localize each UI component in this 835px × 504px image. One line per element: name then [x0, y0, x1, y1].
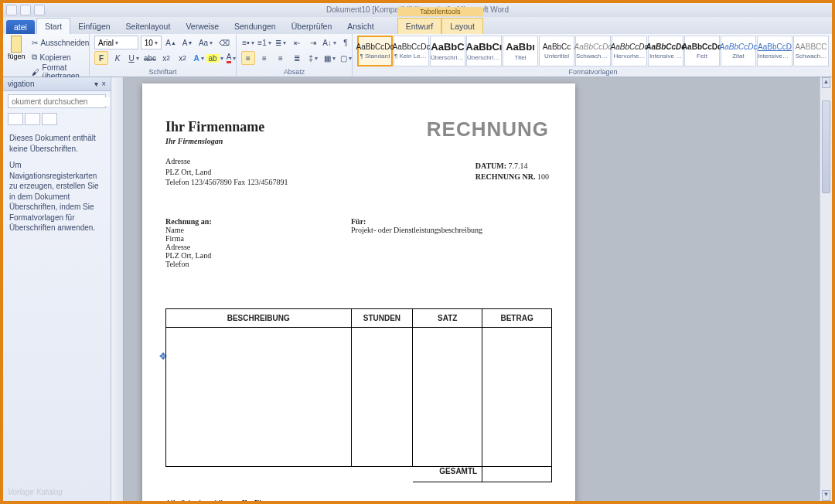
invoice-table[interactable]: BESCHREIBUNG STUNDEN SATZ BETRAG GESAMTL: [165, 308, 552, 482]
invoice-footer[interactable]: Alle Schecks zahlbar an Ihr Firmenname .…: [165, 498, 552, 502]
tab-seitenlayout[interactable]: Seitenlayout: [118, 19, 179, 34]
text-effects-button[interactable]: A: [192, 51, 206, 65]
contextual-tab-group: Tabellentools Entwurf Layout: [397, 18, 483, 34]
scroll-down-button[interactable]: ▼: [822, 490, 830, 501]
navpane-search[interactable]: 🔍: [8, 94, 106, 108]
tab-ansicht[interactable]: Ansicht: [339, 19, 381, 34]
qat-save-icon[interactable]: [6, 5, 17, 15]
total-label: GESAMTL: [413, 466, 482, 482]
style-caption: Überschrif…: [431, 54, 465, 61]
tab-layout[interactable]: Layout: [441, 18, 483, 34]
multilevel-icon: ≣: [275, 39, 281, 47]
bill-to-section[interactable]: Rechnung an: Name Firma Adresse PLZ Ort,…: [165, 217, 552, 268]
doc-title: RECHNUNG: [427, 117, 549, 141]
total-row[interactable]: GESAMTL: [166, 466, 552, 482]
navpane-info-2: Um Navigationsregisterkarten zu erzeugen…: [9, 160, 104, 233]
tab-start[interactable]: Start: [36, 18, 70, 34]
style-tile[interactable]: AaBbCcDIntensives…: [757, 36, 792, 66]
align-right-button[interactable]: ≡: [274, 51, 288, 65]
style-tile[interactable]: AaBbCcDcSchwache…: [575, 36, 611, 66]
scroll-up-button[interactable]: ▲: [822, 77, 830, 88]
invoice-meta[interactable]: DATUM: 7.7.14 RECHNUNG NR. 100: [475, 161, 549, 182]
search-input[interactable]: [12, 97, 110, 106]
document-canvas[interactable]: ✥ RECHNUNG Ihr Firmenname Ihr Firmenslog…: [111, 77, 832, 501]
chevron-down-icon[interactable]: ▾: [94, 80, 98, 88]
numbering-button[interactable]: ≡1: [257, 36, 271, 49]
shading-button[interactable]: ▦: [322, 51, 336, 65]
styles-gallery[interactable]: AaBbCcDc¶ StandardAaBbCcDc¶ Kein Lee…AaB…: [357, 36, 829, 66]
bill-to-line: Firma: [165, 234, 351, 243]
change-case-button[interactable]: Aa: [197, 36, 214, 49]
tab-entwurf[interactable]: Entwurf: [397, 18, 442, 34]
bullets-button[interactable]: ≡•: [241, 36, 255, 49]
show-marks-button[interactable]: ¶: [339, 36, 353, 49]
subscript-button[interactable]: x2: [159, 51, 173, 65]
copy-button[interactable]: ⧉Kopieren: [29, 50, 95, 64]
scroll-thumb[interactable]: [822, 100, 830, 193]
sort-button[interactable]: A↓: [322, 36, 336, 49]
th-hours: STUNDEN: [351, 308, 413, 327]
style-tile[interactable]: AaBbCcDcHervorhe…: [612, 36, 647, 66]
borders-button[interactable]: ▢: [339, 51, 353, 65]
tab-sendungen[interactable]: Sendungen: [227, 19, 284, 34]
contextual-group-label: Tabellentools: [397, 7, 483, 16]
multilevel-button[interactable]: ≣: [274, 36, 288, 49]
navpane-info: Dieses Dokument enthält keine Überschrif…: [3, 127, 111, 240]
clear-format-button[interactable]: ⌫: [216, 36, 231, 49]
italic-button[interactable]: K: [111, 51, 124, 65]
cut-button[interactable]: ✂Ausschneiden: [29, 36, 95, 49]
paste-button[interactable]: fügen: [8, 36, 26, 79]
line-spacing-button[interactable]: ‡: [306, 51, 320, 65]
close-icon[interactable]: ×: [101, 80, 106, 88]
copy-icon: ⧉: [32, 53, 37, 62]
for-value: Projekt- oder Dienstleistungsbeschreibun…: [351, 226, 552, 234]
style-sample: AaBbCcDc: [356, 43, 394, 51]
style-tile[interactable]: AaBbCcDcIntensive …: [648, 36, 683, 66]
table-row[interactable]: [166, 327, 552, 466]
style-tile[interactable]: AaBbCcDdFett: [684, 36, 720, 66]
borders-icon: ▢: [340, 54, 347, 63]
style-tile[interactable]: AABBCCSchwach…: [793, 36, 829, 66]
bucket-icon: ▦: [324, 54, 331, 63]
indent-dec-button[interactable]: ⇤: [290, 36, 304, 49]
style-tile[interactable]: AaBbCÜberschrif…: [430, 36, 465, 66]
align-center-button[interactable]: ≡: [257, 51, 271, 65]
style-tile[interactable]: AaBbıTitel: [503, 36, 538, 66]
grow-font-button[interactable]: A▲: [164, 36, 179, 49]
qat-redo-icon[interactable]: [34, 5, 45, 15]
highlight-button[interactable]: ab: [208, 51, 222, 65]
qat-undo-icon[interactable]: [20, 5, 31, 15]
style-sample: AaBbCc: [543, 43, 571, 51]
superscript-button[interactable]: x2: [176, 51, 189, 65]
style-tile[interactable]: AaBbCcDc¶ Kein Lee…: [394, 36, 429, 66]
navtab-headings[interactable]: [8, 113, 23, 125]
style-tile[interactable]: AaBbCıÜberschrif…: [466, 36, 502, 66]
tab-file[interactable]: atei: [6, 20, 35, 34]
strike-button[interactable]: abc: [143, 51, 157, 65]
tab-einfuegen[interactable]: Einfügen: [70, 19, 118, 34]
page[interactable]: ✥ RECHNUNG Ihr Firmenname Ihr Firmenslog…: [142, 83, 575, 501]
bill-to-line: Telefon: [165, 260, 351, 268]
indent-inc-button[interactable]: ⇥: [306, 36, 320, 49]
style-tile[interactable]: AaBbCcDc¶ Standard: [357, 36, 393, 66]
style-caption: Überschrif…: [467, 54, 501, 61]
font-size-combo[interactable]: 10: [141, 36, 162, 49]
style-tile[interactable]: AaBbCcDcZitat: [721, 36, 756, 66]
sort-icon: A↓: [322, 39, 332, 47]
vertical-scrollbar[interactable]: ▲ ▼: [820, 77, 832, 501]
style-tile[interactable]: AaBbCcUntertitel: [539, 36, 574, 66]
navtab-pages[interactable]: [25, 113, 40, 125]
underline-button[interactable]: U: [127, 51, 141, 65]
tab-ueberpruefen[interactable]: Überprüfen: [284, 19, 340, 34]
tab-verweise[interactable]: Verweise: [178, 19, 227, 34]
table-anchor-icon[interactable]: ✥: [159, 351, 167, 363]
shrink-font-button[interactable]: A▼: [180, 36, 195, 49]
align-left-button[interactable]: ≡: [241, 51, 255, 65]
style-sample: AaBbC: [431, 41, 464, 53]
navtab-results[interactable]: [42, 113, 57, 125]
align-justify-button[interactable]: ≣: [290, 51, 304, 65]
bold-button[interactable]: F: [94, 51, 108, 65]
font-name-combo[interactable]: Arial: [94, 36, 138, 49]
style-sample: AaBbCcDc: [611, 43, 649, 51]
brush-icon: 🖌: [32, 68, 39, 77]
